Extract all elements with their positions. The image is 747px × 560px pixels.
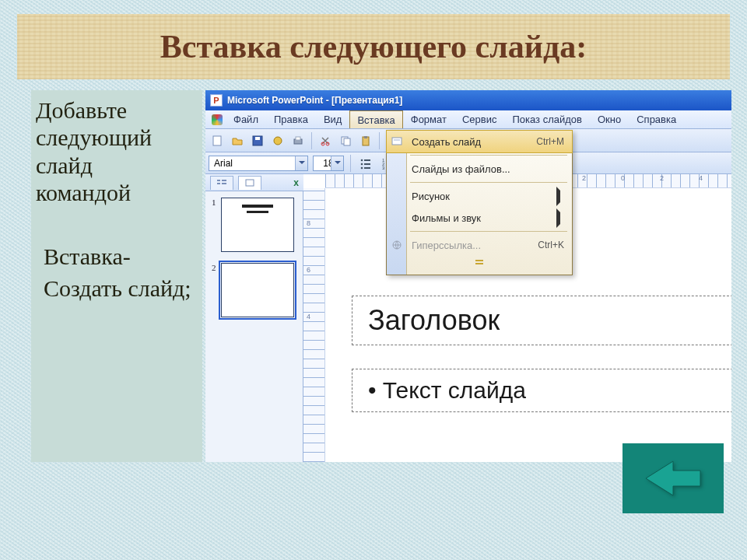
menu-view[interactable]: Вид xyxy=(316,110,350,128)
prev-slide-button[interactable] xyxy=(622,443,724,513)
font-size-select[interactable]: 18 xyxy=(313,156,344,171)
menubar: Файл Правка Вид Вставка Формат Сервис По… xyxy=(205,110,731,129)
slide-title-banner: Вставка следующего слайда: xyxy=(17,14,730,79)
window-titlebar: P Microsoft PowerPoint - [Презентация1] xyxy=(205,90,731,110)
menu-item-slides-from-files[interactable]: Слайды из файлов... xyxy=(387,158,572,180)
instruction-line-1: Добавьте следующий слайд xyxy=(36,96,198,179)
menu-item-shortcut: Ctrl+K xyxy=(538,240,564,250)
svg-point-23 xyxy=(361,166,363,169)
ruler-mark: 2 xyxy=(582,174,586,182)
ruler-mark: 8 xyxy=(307,219,310,227)
title-placeholder-text: Заголовок xyxy=(368,304,500,336)
outline-tab[interactable] xyxy=(210,176,233,190)
slide-thumbnail-1[interactable] xyxy=(221,198,294,252)
thumbnail-number: 2 xyxy=(212,263,218,272)
instruction-line-2: командой xyxy=(36,179,198,206)
svg-rect-11 xyxy=(364,136,367,138)
permission-icon[interactable] xyxy=(269,132,286,149)
menu-item-picture[interactable]: Рисунок xyxy=(387,185,572,207)
svg-point-19 xyxy=(361,159,363,161)
ruler-mark: 6 xyxy=(307,266,310,274)
svg-rect-2 xyxy=(255,137,260,140)
instruction-column: Добавьте следующий слайд командой Вставк… xyxy=(31,90,202,462)
new-doc-icon[interactable] xyxy=(209,132,226,149)
menu-item-movies-sound[interactable]: Фильмы и звук xyxy=(387,207,572,229)
menu-item-label: Рисунок xyxy=(412,191,450,202)
office-logo-icon xyxy=(209,110,226,128)
menu-item-label: Создать слайд xyxy=(412,136,481,148)
ruler-mark: 4 xyxy=(699,174,703,182)
hyperlink-icon xyxy=(390,238,404,252)
bullets-icon[interactable] xyxy=(357,155,374,172)
chevron-down-icon[interactable] xyxy=(295,156,307,170)
menu-edit[interactable]: Правка xyxy=(266,110,316,128)
svg-rect-20 xyxy=(364,159,370,161)
cut-icon[interactable] xyxy=(317,132,334,149)
new-slide-icon xyxy=(390,135,404,149)
menu-item-label: Фильмы и звук xyxy=(412,212,481,224)
svg-marker-47 xyxy=(646,461,700,495)
instruction-command-1: Вставка- xyxy=(36,243,198,270)
menu-slideshow[interactable]: Показ слайдов xyxy=(504,110,590,128)
slide-panel-tabs: x xyxy=(205,174,303,191)
font-name-value: Arial xyxy=(214,158,233,169)
menu-help[interactable]: Справка xyxy=(629,110,684,128)
svg-rect-44 xyxy=(392,138,402,145)
window-title: Microsoft PowerPoint - [Презентация1] xyxy=(227,95,402,106)
chevron-down-icon xyxy=(474,260,485,266)
submenu-arrow-icon xyxy=(556,212,564,224)
ruler-mark: 2 xyxy=(660,174,664,182)
svg-rect-42 xyxy=(222,183,226,184)
menu-item-label: Гиперссылка... xyxy=(412,240,481,251)
menu-insert[interactable]: Вставка xyxy=(349,110,402,128)
powerpoint-screenshot: P Microsoft PowerPoint - [Презентация1] … xyxy=(205,90,731,462)
menu-item-new-slide[interactable]: Создать слайд Ctrl+M xyxy=(387,131,572,152)
chevron-down-icon[interactable] xyxy=(331,156,343,170)
svg-rect-0 xyxy=(213,136,221,145)
ruler-mark: 0 xyxy=(621,174,625,182)
thumbnail-row: 2 xyxy=(212,263,296,317)
svg-rect-40 xyxy=(217,183,220,184)
menu-expand-button[interactable] xyxy=(387,256,572,270)
svg-text:3: 3 xyxy=(382,166,385,170)
svg-rect-41 xyxy=(222,180,226,181)
slide-thumbnails-pane: 1 2 xyxy=(205,191,303,462)
menu-file[interactable]: Файл xyxy=(226,110,266,128)
svg-point-21 xyxy=(361,163,363,165)
menu-item-shortcut: Ctrl+M xyxy=(536,136,564,147)
vertical-ruler: 8 6 4 xyxy=(303,188,325,462)
svg-rect-5 xyxy=(296,137,300,140)
save-icon[interactable] xyxy=(249,132,266,149)
slide-thumbnail-2[interactable] xyxy=(221,263,294,317)
insert-menu-dropdown: Создать слайд Ctrl+M Слайды из файлов...… xyxy=(386,130,573,275)
print-icon[interactable] xyxy=(289,132,307,149)
thumbnail-number: 1 xyxy=(212,198,218,207)
menu-item-hyperlink[interactable]: Гиперссылка... Ctrl+K xyxy=(387,234,572,256)
svg-rect-45 xyxy=(394,139,400,141)
svg-rect-39 xyxy=(217,180,220,181)
instruction-command-2: Создать слайд; xyxy=(36,275,198,302)
paste-icon[interactable] xyxy=(357,132,374,149)
thumbnail-row: 1 xyxy=(212,198,296,252)
font-name-select[interactable]: Arial xyxy=(209,156,308,171)
title-placeholder[interactable]: Заголовок xyxy=(352,296,731,345)
open-icon[interactable] xyxy=(229,132,246,149)
panel-close-button[interactable]: x xyxy=(293,177,299,188)
menu-window[interactable]: Окно xyxy=(590,110,629,128)
body-placeholder[interactable]: Текст слайда xyxy=(352,369,731,412)
copy-icon[interactable] xyxy=(337,132,354,149)
submenu-arrow-icon xyxy=(556,191,564,202)
body-placeholder-text: Текст слайда xyxy=(368,377,526,403)
svg-rect-22 xyxy=(364,163,370,165)
menu-format[interactable]: Формат xyxy=(403,110,454,128)
svg-rect-43 xyxy=(246,180,254,186)
svg-rect-24 xyxy=(364,167,370,169)
slides-tab[interactable] xyxy=(238,176,261,190)
app-icon: P xyxy=(210,94,223,107)
svg-rect-9 xyxy=(344,138,350,145)
ruler-mark: 4 xyxy=(307,313,310,320)
menu-tools[interactable]: Сервис xyxy=(454,110,505,128)
slide-title: Вставка следующего слайда: xyxy=(160,28,587,65)
menu-item-label: Слайды из файлов... xyxy=(412,163,510,175)
svg-point-3 xyxy=(274,137,282,145)
